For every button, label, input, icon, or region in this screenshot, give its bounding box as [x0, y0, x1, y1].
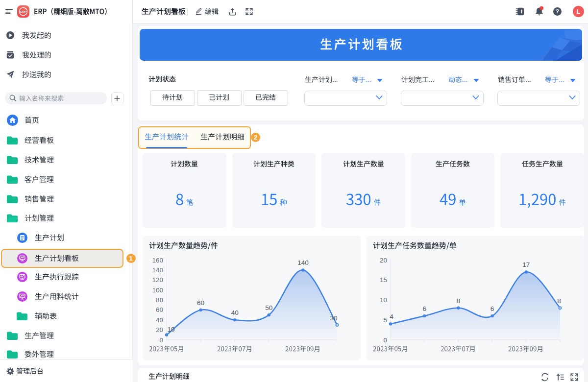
svg-text:17: 17: [522, 261, 530, 268]
svg-text:20: 20: [379, 257, 387, 264]
svg-text:80: 80: [156, 296, 163, 304]
svg-text:30: 30: [330, 314, 337, 322]
svg-text:15: 15: [379, 276, 387, 284]
svg-text:5: 5: [383, 316, 387, 324]
svg-text:0: 0: [159, 336, 163, 344]
svg-text:60: 60: [156, 306, 163, 313]
svg-text:140: 140: [152, 266, 163, 274]
svg-text:10: 10: [167, 326, 174, 333]
svg-text:8: 8: [557, 297, 561, 305]
svg-text:160: 160: [152, 257, 163, 264]
svg-text:ERP: ERP: [20, 10, 26, 13]
svg-text:0: 0: [383, 336, 387, 344]
svg-text:50: 50: [265, 304, 272, 311]
svg-text:60: 60: [197, 299, 204, 307]
svg-text:100: 100: [152, 286, 163, 294]
svg-text:140: 140: [297, 259, 309, 266]
svg-text:10: 10: [379, 296, 387, 304]
svg-text:20: 20: [156, 326, 163, 334]
svg-text:4: 4: [390, 313, 393, 320]
svg-text:6: 6: [422, 305, 426, 312]
svg-text:40: 40: [156, 316, 163, 324]
svg-text:40: 40: [231, 309, 239, 316]
svg-text:8: 8: [456, 297, 460, 305]
svg-text:6: 6: [490, 305, 494, 312]
svg-text:120: 120: [152, 276, 163, 284]
